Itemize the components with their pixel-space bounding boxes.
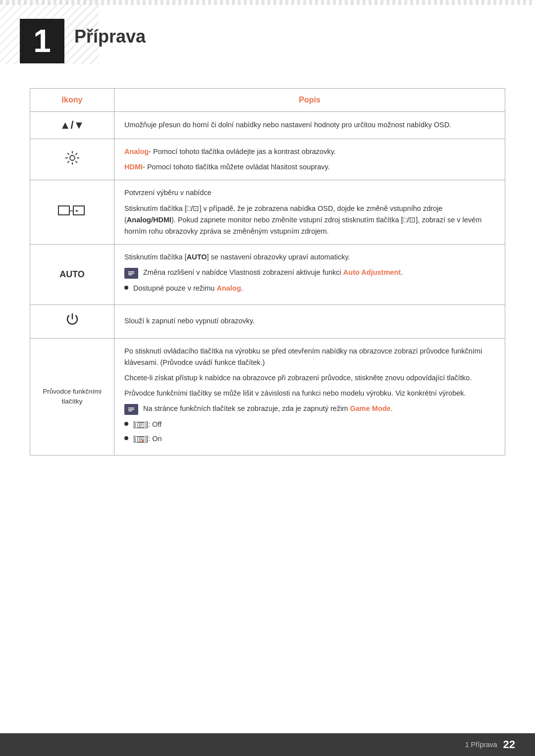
desc-brightness: Analog- Pomocí tohoto tlačítka ovládejte…	[114, 139, 505, 180]
footer-page-number: 22	[503, 738, 515, 751]
text-input: Potvrzení výběru v nabídce Stisknutím tl…	[124, 187, 495, 237]
text-arrows: Umožňuje přesun do horní či dolní nabídk…	[124, 119, 495, 131]
hdmi-text: - Pomocí tohoto tlačítka můžete ovládat …	[143, 163, 330, 171]
desc-power: Slouží k zapnutí nebo vypnutí obrazovky.	[114, 304, 505, 338]
bullet-off-text: [ ]: Off	[133, 419, 161, 430]
guide-bullet-on: [ ]: On	[124, 433, 495, 445]
guide-bullets: [ ]: Off [ ]: On	[124, 419, 495, 445]
guide-p2: Chcete-li získat přístup k nabídce na ob…	[124, 372, 495, 384]
input-symbol	[40, 204, 104, 221]
icon-input	[30, 180, 114, 245]
on-icon	[135, 436, 146, 443]
svg-point-28	[142, 440, 144, 442]
guide-p3: Průvodce funkčními tlačítky se může liši…	[124, 388, 495, 399]
chapter-header: 1 Příprava	[0, 4, 535, 73]
main-content: Ikony Popis ▲/▼ Umožňuje přesun do horní…	[0, 73, 535, 485]
note-icon	[124, 268, 138, 279]
on-label: On	[152, 435, 161, 443]
auto-bullets: Dostupné pouze v režimu Analog.	[124, 283, 495, 294]
desc-auto: Stisknutím tlačítka [AUTO] se nastavení …	[114, 245, 505, 304]
bullet-on-text: [ ]: On	[133, 433, 161, 445]
guide-p1: Po stisknutí ovládacího tlačítka na výro…	[124, 346, 495, 368]
text-auto: Stisknutím tlačítka [AUTO] se nastavení …	[124, 252, 495, 294]
bullet-dot-off	[124, 422, 128, 426]
game-mode-bold: Game Mode	[350, 404, 390, 412]
footer-chapter-label: 1 Příprava	[465, 741, 497, 749]
table-row: ▲/▼ Umožňuje přesun do horní či dolní na…	[30, 112, 505, 139]
text-guide: Po stisknutí ovládacího tlačítka na výro…	[124, 346, 495, 445]
svg-rect-10	[73, 206, 84, 215]
table-row: Slouží k zapnutí nebo vypnutí obrazovky.	[30, 304, 505, 338]
off-icon	[135, 422, 146, 428]
table-row: AUTO Stisknutím tlačítka [AUTO] se nasta…	[30, 245, 505, 304]
svg-point-0	[70, 155, 75, 160]
info-table: Ikony Popis ▲/▼ Umožňuje přesun do horní…	[30, 88, 505, 455]
guide-note-text: Na stránce funkčních tlačítek se zobrazu…	[143, 403, 495, 414]
footer-bar: 1 Příprava 22	[0, 733, 535, 756]
table-row: Potvrzení výběru v nabídce Stisknutím tl…	[30, 180, 505, 245]
auto-note-text: Změna rozlišení v nabídce Vlastnosti zob…	[143, 267, 495, 278]
power-symbol	[40, 312, 104, 331]
svg-line-8	[67, 161, 69, 163]
analog-text: - Pomocí tohoto tlačítka ovládejte jas a…	[149, 148, 336, 155]
input-line2: Stisknutím tlačítka [□/⊡] v případě, že …	[124, 203, 495, 238]
icon-guide: Průvodce funkčními tlačítky	[30, 338, 114, 455]
guide-label: Průvodce funkčními tlačítky	[40, 387, 104, 407]
desc-arrows: Umožňuje přesun do horní či dolní nabídk…	[114, 112, 505, 139]
table-header-desc: Popis	[114, 89, 505, 112]
icon-brightness	[30, 139, 114, 180]
chapter-title: Příprava	[74, 19, 146, 47]
note-icon-guide	[124, 404, 138, 415]
analog-hdmi-bold: Analog/HDMI	[127, 216, 171, 224]
auto-bullet-analog: Dostupné pouze v režimu Analog.	[124, 283, 495, 294]
table-row: Analog- Pomocí tohoto tlačítka ovládejte…	[30, 139, 505, 180]
auto-note: Změna rozlišení v nabídce Vlastnosti zob…	[124, 267, 495, 279]
text-power: Slouží k zapnutí nebo vypnutí obrazovky.	[124, 315, 495, 327]
guide-note: Na stránce funkčních tlačítek se zobrazu…	[124, 403, 495, 415]
input-line1: Potvrzení výběru v nabídce	[124, 187, 495, 199]
bullet-dot	[124, 286, 128, 290]
guide-bullet-off: [ ]: Off	[124, 419, 495, 430]
svg-line-5	[67, 153, 69, 155]
svg-rect-9	[58, 206, 69, 215]
desc-input: Potvrzení výběru v nabídce Stisknutím tl…	[114, 180, 505, 245]
arrows-symbol: ▲/▼	[40, 119, 104, 132]
icon-power	[30, 304, 114, 338]
off-label: Off	[152, 420, 161, 428]
bullet-analog-text: Dostupné pouze v režimu Analog.	[133, 283, 243, 294]
icon-arrows: ▲/▼	[30, 112, 114, 139]
text-brightness: Analog- Pomocí tohoto tlačítka ovládejte…	[124, 146, 495, 173]
svg-line-6	[75, 161, 77, 163]
chapter-number: 1	[20, 19, 64, 63]
auto-adj-bold: Auto Adjustment	[343, 268, 401, 276]
table-row: Průvodce funkčními tlačítky Po stisknutí…	[30, 338, 505, 455]
analog-label: Analog	[124, 148, 149, 155]
svg-line-7	[75, 153, 77, 155]
bullet-dot-on	[124, 436, 128, 440]
auto-line1: Stisknutím tlačítka [AUTO] se nastavení …	[124, 252, 495, 263]
desc-guide: Po stisknutí ovládacího tlačítka na výro…	[114, 338, 505, 455]
auto-bold: AUTO	[187, 253, 207, 261]
sun-symbol	[40, 150, 104, 169]
icon-auto: AUTO	[30, 245, 114, 304]
auto-symbol: AUTO	[40, 269, 104, 280]
hdmi-label: HDMI	[124, 163, 143, 171]
table-header-icon: Ikony	[30, 89, 114, 112]
analog-bold: Analog	[216, 284, 241, 292]
